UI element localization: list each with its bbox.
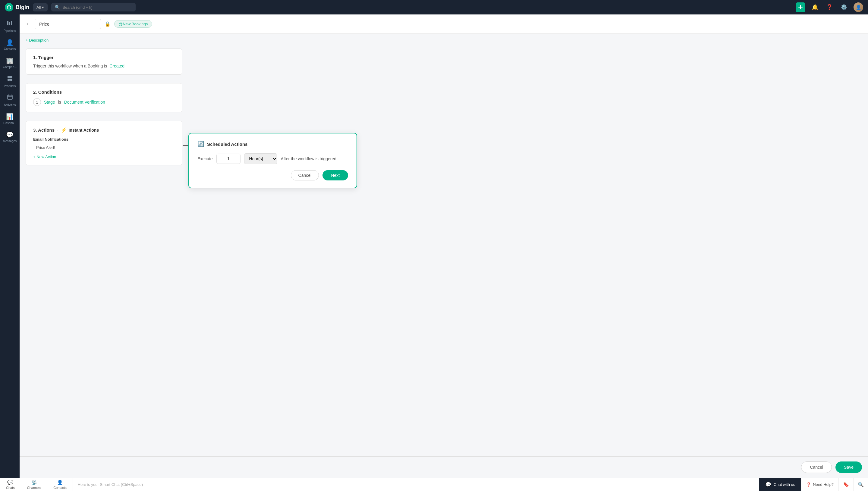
chats-tab-label: Chats xyxy=(6,486,15,490)
instant-label: Instant Actions xyxy=(69,128,99,133)
brand: Bigin xyxy=(5,3,29,11)
sidebar-item-products[interactable]: Products xyxy=(0,72,20,91)
condition-number: 1 xyxy=(33,98,41,106)
smart-chat-placeholder: Here is your Smart Chat (Ctrl+Space) xyxy=(78,482,143,487)
notifications-icon[interactable]: 🔔 xyxy=(810,2,820,12)
pipelines-label: Pipelines xyxy=(4,29,16,33)
companies-icon: 🏢 xyxy=(6,57,13,64)
scheduled-icon: 🔄 xyxy=(197,141,204,147)
main-layout: Pipelines 👤 Contacts 🏢 Compan... Product… xyxy=(0,15,868,478)
sidebar-item-companies[interactable]: 🏢 Compan... xyxy=(0,54,20,72)
status-tabs: 💬 Chats 📡 Channels 👤 Contacts xyxy=(0,478,73,491)
svg-rect-6 xyxy=(10,79,12,81)
chat-us-button[interactable]: 💬 Chat with us xyxy=(759,478,802,491)
workflow-body: 1. Trigger Trigger this workflow when a … xyxy=(20,42,868,456)
status-tab-contacts[interactable]: 👤 Contacts xyxy=(47,478,73,491)
filter-dropdown[interactable]: All ▾ xyxy=(33,3,48,11)
svg-rect-5 xyxy=(7,79,10,81)
popup-actions: Cancel Next xyxy=(197,170,348,180)
connector-1 xyxy=(35,75,35,83)
bottom-cancel-button[interactable]: Cancel xyxy=(801,461,832,473)
bookmark-icon-btn[interactable]: 🔖 xyxy=(838,478,853,491)
after-label: After the workflow is triggered xyxy=(281,156,336,161)
bolt-icon: ⚡ xyxy=(61,127,67,133)
connector-2 xyxy=(35,112,35,121)
add-button[interactable] xyxy=(796,2,805,12)
trigger-desc-prefix: Trigger this workflow when a Booking is xyxy=(33,63,107,68)
trigger-title: 1. Trigger xyxy=(33,55,175,60)
svg-rect-3 xyxy=(7,76,10,78)
companies-label: Compan... xyxy=(3,65,17,69)
status-bar: 💬 Chats 📡 Channels 👤 Contacts Here is yo… xyxy=(0,478,868,491)
execute-row: Execute Minute(s)Hour(s)Day(s)Week(s) Af… xyxy=(197,153,348,164)
chat-us-label: Chat with us xyxy=(774,482,795,487)
svg-rect-0 xyxy=(7,21,8,25)
products-icon xyxy=(7,75,13,83)
status-tab-channels[interactable]: 📡 Channels xyxy=(21,478,47,491)
dot-separator: · xyxy=(57,127,58,133)
actions-card: 3. Actions · ⚡ Instant Actions Email Not… xyxy=(26,121,183,165)
execute-label: Execute xyxy=(197,156,213,161)
search-bar[interactable]: 🔍 xyxy=(51,3,136,11)
new-action-link[interactable]: + New Action xyxy=(33,154,175,159)
workflow-header: ← 🔒 @New Bookings xyxy=(20,15,868,34)
execute-value-input[interactable] xyxy=(216,154,241,164)
actions-title: 3. Actions xyxy=(33,127,55,133)
need-help-button[interactable]: ❓ Need Help? xyxy=(801,478,838,491)
dashboards-label: Dashbo... xyxy=(3,121,16,125)
products-label: Products xyxy=(4,84,16,88)
status-right: 💬 Chat with us ❓ Need Help? 🔖 🔍 xyxy=(759,478,868,491)
messages-label: Messages xyxy=(3,140,17,143)
messages-icon: 💬 xyxy=(6,131,13,138)
actions-header: 3. Actions · ⚡ Instant Actions xyxy=(33,127,175,133)
sidebar-item-contacts[interactable]: 👤 Contacts xyxy=(0,36,20,54)
condition-value[interactable]: Document Verification xyxy=(64,100,105,105)
navbar: Bigin All ▾ 🔍 🔔 ❓ ⚙️ 👤 xyxy=(0,0,868,15)
navbar-right: 🔔 ❓ ⚙️ 👤 xyxy=(796,2,863,12)
bottom-save-button[interactable]: Save xyxy=(836,461,862,473)
popup-cancel-button[interactable]: Cancel xyxy=(291,170,319,180)
trigger-desc-link[interactable]: Created xyxy=(109,63,124,68)
status-tab-chats[interactable]: 💬 Chats xyxy=(0,478,21,491)
instant-actions[interactable]: ⚡ Instant Actions xyxy=(61,127,99,133)
search-input[interactable] xyxy=(62,5,123,10)
svg-rect-2 xyxy=(11,21,12,25)
settings-icon[interactable]: ⚙️ xyxy=(839,2,849,12)
workflow-title-input[interactable] xyxy=(35,19,101,29)
sidebar-item-activities[interactable]: Activities xyxy=(0,91,20,110)
trigger-description: Trigger this workflow when a Booking is … xyxy=(33,63,175,68)
trigger-card: 1. Trigger Trigger this workflow when a … xyxy=(26,49,183,75)
need-help-icon: ❓ xyxy=(806,482,811,487)
need-help-label: Need Help? xyxy=(813,482,834,487)
sidebar-item-pipelines[interactable]: Pipelines xyxy=(0,17,20,36)
sidebar-item-dashboards[interactable]: 📊 Dashbo... xyxy=(0,110,20,128)
search-icon-btn[interactable]: 🔍 xyxy=(853,478,868,491)
svg-rect-4 xyxy=(10,76,12,78)
condition-field[interactable]: Stage xyxy=(44,100,55,105)
content-area: ← 🔒 @New Bookings + Description 1. Trigg… xyxy=(20,15,868,478)
svg-rect-7 xyxy=(7,95,12,99)
avatar[interactable]: 👤 xyxy=(853,2,863,12)
scheduled-header: 🔄 Scheduled Actions xyxy=(197,141,348,147)
popup-next-button[interactable]: Next xyxy=(323,170,348,180)
bottom-bar: Cancel Save xyxy=(20,456,868,478)
email-notification-item[interactable]: Price Alert! xyxy=(33,143,175,151)
brand-icon xyxy=(5,3,13,11)
contacts-tab-label: Contacts xyxy=(53,486,66,490)
question-icon[interactable]: ❓ xyxy=(824,2,834,12)
time-unit-select[interactable]: Minute(s)Hour(s)Day(s)Week(s) xyxy=(244,153,277,164)
smart-chat-area[interactable]: Here is your Smart Chat (Ctrl+Space) xyxy=(73,482,759,487)
condition-operator: is xyxy=(58,100,61,105)
conditions-title: 2. Conditions xyxy=(33,89,175,94)
search-icon: 🔍 xyxy=(55,5,60,10)
lock-icon: 🔒 xyxy=(105,21,111,27)
back-button[interactable]: ← xyxy=(26,21,31,27)
contacts-icon: 👤 xyxy=(6,39,13,46)
workflow-tag[interactable]: @New Bookings xyxy=(114,20,152,28)
sidebar-item-messages[interactable]: 💬 Messages xyxy=(0,128,20,146)
description-link[interactable]: + Description xyxy=(20,34,868,42)
sidebar: Pipelines 👤 Contacts 🏢 Compan... Product… xyxy=(0,15,20,478)
condition-row: 1 Stage is Document Verification xyxy=(33,98,175,106)
contacts-label: Contacts xyxy=(4,47,16,51)
activities-icon xyxy=(7,94,13,102)
